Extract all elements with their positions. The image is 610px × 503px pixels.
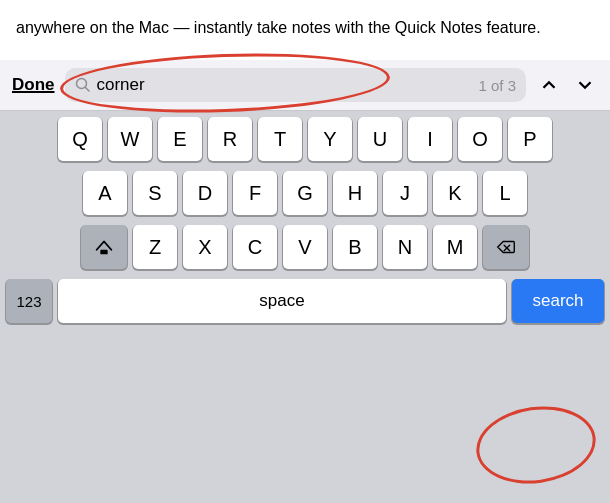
key-o[interactable]: O [458, 117, 502, 161]
key-g[interactable]: G [283, 171, 327, 215]
key-u[interactable]: U [358, 117, 402, 161]
annotation-circle-button [471, 399, 600, 491]
key-p[interactable]: P [508, 117, 552, 161]
key-m[interactable]: M [433, 225, 477, 269]
search-icon [75, 77, 91, 93]
svg-rect-2 [100, 250, 107, 255]
keyboard-row-2: A S D F G H J K L [4, 171, 606, 215]
shift-key[interactable] [81, 225, 127, 269]
space-key[interactable]: space [58, 279, 506, 323]
keyboard-row-3: Z X C V B N M [4, 225, 606, 269]
key-b[interactable]: B [333, 225, 377, 269]
key-w[interactable]: W [108, 117, 152, 161]
key-k[interactable]: K [433, 171, 477, 215]
key-e[interactable]: E [158, 117, 202, 161]
content-text: anywhere on the Mac — instantly take not… [16, 17, 541, 39]
key-t[interactable]: T [258, 117, 302, 161]
keyboard: Q W E R T Y U I O P A S D F G H J K L Z … [0, 111, 610, 331]
key-n[interactable]: N [383, 225, 427, 269]
done-button[interactable]: Done [10, 71, 57, 99]
key-r[interactable]: R [208, 117, 252, 161]
key-v[interactable]: V [283, 225, 327, 269]
key-a[interactable]: A [83, 171, 127, 215]
key-c[interactable]: C [233, 225, 277, 269]
search-input-wrapper: 1 of 3 [65, 68, 527, 102]
key-y[interactable]: Y [308, 117, 352, 161]
search-input[interactable] [97, 75, 469, 95]
key-j[interactable]: J [383, 171, 427, 215]
search-key[interactable]: search [512, 279, 604, 323]
key-h[interactable]: H [333, 171, 377, 215]
key-f[interactable]: F [233, 171, 277, 215]
content-area: anywhere on the Mac — instantly take not… [0, 0, 610, 60]
nav-arrows [534, 70, 600, 100]
key-q[interactable]: Q [58, 117, 102, 161]
key-d[interactable]: D [183, 171, 227, 215]
key-s[interactable]: S [133, 171, 177, 215]
key-i[interactable]: I [408, 117, 452, 161]
key-x[interactable]: X [183, 225, 227, 269]
prev-result-button[interactable] [534, 70, 564, 100]
numbers-key[interactable]: 123 [6, 279, 52, 323]
backspace-key[interactable] [483, 225, 529, 269]
keyboard-bottom-row: 123 space search [4, 279, 606, 323]
search-bar-row: Done 1 of 3 [0, 60, 610, 111]
key-z[interactable]: Z [133, 225, 177, 269]
svg-line-1 [85, 88, 89, 92]
keyboard-row-1: Q W E R T Y U I O P [4, 117, 606, 161]
next-result-button[interactable] [570, 70, 600, 100]
key-l[interactable]: L [483, 171, 527, 215]
result-count: 1 of 3 [478, 77, 516, 94]
